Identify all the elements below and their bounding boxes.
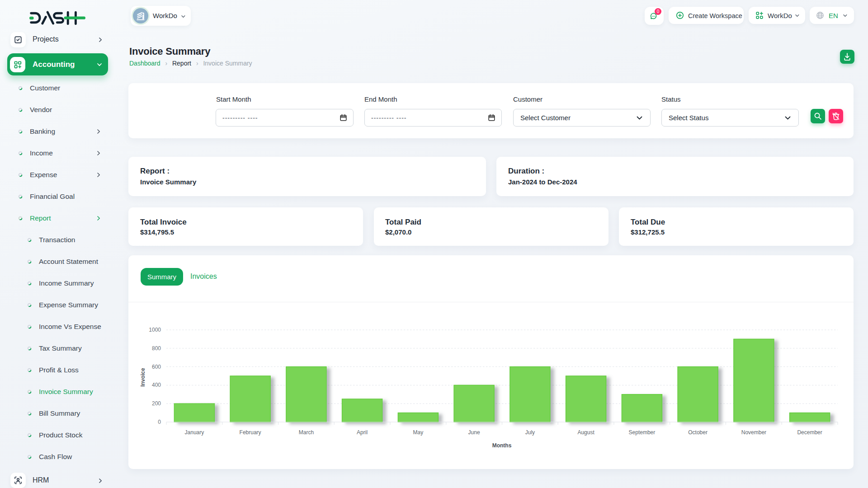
svg-text:December: December [797,429,822,436]
svg-text:600: 600 [152,364,161,370]
svg-text:1000: 1000 [149,327,161,333]
svg-text:October: October [688,429,708,436]
svg-text:Months: Months [492,442,512,449]
svg-text:August: August [577,429,594,436]
svg-text:March: March [299,429,314,436]
svg-text:September: September [629,429,656,436]
svg-text:Invoice: Invoice [140,368,146,387]
svg-text:800: 800 [152,345,161,352]
svg-text:May: May [413,429,424,436]
svg-text:January: January [185,429,204,436]
svg-text:July: July [525,429,535,436]
svg-text:November: November [741,429,766,436]
svg-text:April: April [357,429,368,436]
svg-text:400: 400 [152,382,161,388]
svg-text:0: 0 [158,419,161,425]
svg-text:200: 200 [152,400,161,407]
svg-text:February: February [240,429,261,436]
svg-text:June: June [468,429,480,436]
